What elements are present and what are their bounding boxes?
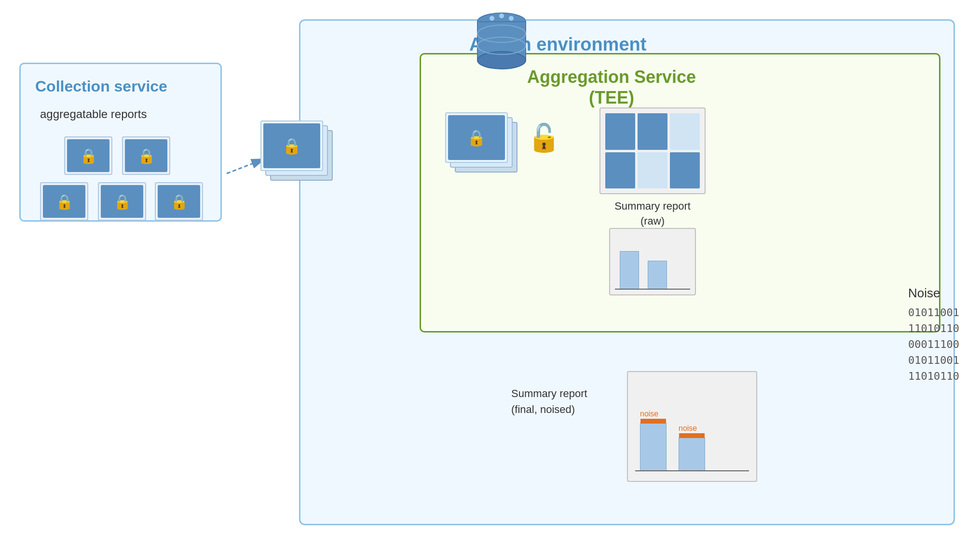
- lock-icon-3: 🔒: [55, 193, 73, 210]
- svg-point-12: [490, 16, 494, 21]
- bar-raw-2: [648, 261, 667, 290]
- unlock-icon: 🔓: [527, 122, 561, 154]
- noise-label-1: noise: [640, 410, 658, 418]
- summary-raw-card: [599, 107, 706, 194]
- lock-icon-agg: 🔒: [467, 129, 486, 147]
- middle-doc-front: 🔒: [260, 120, 323, 171]
- summary-final-card: noise noise: [627, 371, 757, 482]
- agg-doc-front: 🔒: [445, 112, 508, 163]
- summary-raw-label: Summary report (raw): [599, 199, 706, 229]
- collection-doc-4: 🔒: [98, 182, 146, 221]
- noise-area: Noise 0101100111010110000111000101100111…: [908, 286, 959, 384]
- collection-doc-3: 🔒: [40, 182, 88, 221]
- lock-icon-5: 🔒: [170, 193, 188, 210]
- noise-bar-2: [679, 433, 705, 438]
- aggregatable-reports-label: aggregatable reports: [40, 107, 147, 121]
- collection-doc-1: 🔒: [64, 136, 112, 175]
- lock-icon-2: 🔒: [137, 147, 155, 164]
- svg-line-3: [227, 159, 264, 173]
- collection-doc-5: 🔒: [155, 182, 203, 221]
- bar-final-2: [679, 438, 705, 471]
- noise-label-2: noise: [679, 424, 697, 433]
- aggregation-service-box: Aggregation Service (TEE) 🔒 🔓: [420, 53, 940, 333]
- noise-binary: 0101100111010110000111000101100111010110: [908, 305, 959, 384]
- summary-final-label: Summary report (final, noised): [511, 386, 587, 417]
- bar-raw-1: [620, 251, 639, 290]
- bar-chart-raw-card: [609, 228, 696, 295]
- lock-icon-4: 🔒: [113, 193, 131, 210]
- collection-service-label: Collection service: [35, 78, 167, 95]
- noise-bar-1: [640, 419, 666, 424]
- svg-point-14: [509, 16, 514, 21]
- aggregation-service-label: Aggregation Service (TEE): [527, 67, 696, 108]
- database-icon: [475, 10, 528, 74]
- lock-icon-1: 🔒: [80, 147, 97, 164]
- diagram-container: Adtech environment Collection service ag…: [0, 0, 980, 559]
- lock-icon-middle: 🔒: [282, 137, 301, 155]
- collection-doc-2: 🔒: [122, 136, 170, 175]
- bar-final-1: [640, 423, 667, 471]
- svg-point-13: [499, 13, 504, 18]
- collection-service-box: Collection service aggregatable reports …: [19, 63, 222, 222]
